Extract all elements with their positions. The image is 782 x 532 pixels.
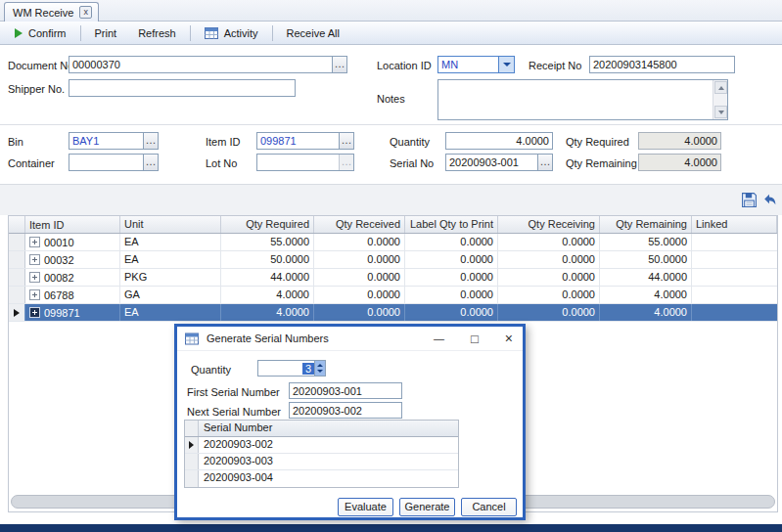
document-no-browse-button[interactable]: … <box>332 57 346 72</box>
row-selector[interactable] <box>9 234 25 250</box>
column-header[interactable]: Qty Receiving <box>498 216 600 233</box>
shipper-no-field[interactable] <box>69 79 296 97</box>
activity-label: Activity <box>224 27 258 39</box>
item-id-label: Item ID <box>206 136 240 148</box>
lot-no-field[interactable]: … <box>256 154 354 171</box>
location-id-combobox[interactable]: MN <box>437 56 515 73</box>
tab-wm-receive[interactable]: WM Receive x <box>4 2 99 22</box>
evaluate-button[interactable]: Evaluate <box>338 498 393 516</box>
confirm-play-icon <box>15 28 23 38</box>
expand-icon[interactable] <box>29 289 40 300</box>
table-row[interactable]: 00082 PKG 44.0000 0.0000 0.0000 0.0000 4… <box>9 269 777 287</box>
table-row[interactable]: 00032 EA 50.0000 0.0000 0.0000 0.0000 50… <box>9 251 777 269</box>
column-header[interactable]: Item ID <box>25 216 120 233</box>
selector-header-cell <box>185 421 199 436</box>
tab-strip: WM Receive x <box>0 0 782 22</box>
table-row[interactable]: 00010 EA 55.0000 0.0000 0.0000 0.0000 55… <box>9 234 777 251</box>
serial-row[interactable]: 20200903-003 <box>185 454 458 470</box>
quantity-field[interactable]: 4.0000 <box>445 132 553 150</box>
notes-label: Notes <box>377 93 405 105</box>
serial-no-browse-button[interactable]: … <box>537 155 552 170</box>
activity-button[interactable]: Activity <box>194 23 269 43</box>
confirm-label: Confirm <box>28 27 67 39</box>
column-header[interactable]: Unit <box>120 216 221 233</box>
serial-row[interactable]: 20200903-002 <box>185 437 458 454</box>
toolbar-separator <box>80 25 81 41</box>
shipper-no-label: Shipper No. <box>8 83 65 95</box>
next-serial-field[interactable]: 20200903-002 <box>289 402 402 419</box>
item-id-field[interactable]: 099871 … <box>256 132 354 150</box>
undo-icon[interactable] <box>761 192 778 208</box>
serial-numbers-grid: Serial Number 20200903-002 20200903-003 … <box>184 420 459 488</box>
table-row-selected[interactable]: 099871 EA 4.0000 0.0000 0.0000 0.0000 4.… <box>9 304 777 322</box>
expand-icon[interactable] <box>29 237 40 247</box>
notes-scrollbar[interactable] <box>713 80 727 119</box>
expand-icon[interactable] <box>29 307 40 318</box>
container-field[interactable]: … <box>69 154 159 171</box>
column-header[interactable]: Qty Required <box>221 216 314 233</box>
cancel-button[interactable]: Cancel <box>461 498 517 516</box>
qty-remaining-field: 4.0000 <box>638 154 721 171</box>
row-selector[interactable] <box>185 454 199 469</box>
print-button[interactable]: Print <box>84 23 128 43</box>
serial-grid-header: Serial Number <box>185 421 458 437</box>
maximize-icon[interactable]: □ <box>471 332 479 346</box>
bin-label: Bin <box>8 136 23 148</box>
close-icon[interactable]: × <box>505 331 513 346</box>
document-no-label: Document No <box>8 60 73 71</box>
row-selector[interactable] <box>9 251 25 268</box>
column-header[interactable]: Label Qty to Print <box>405 216 498 233</box>
main-toolbar: Confirm Print Refresh Activity Receive A… <box>0 22 782 45</box>
confirm-button[interactable]: Confirm <box>4 23 77 43</box>
wm-receive-window: WM Receive x Confirm Print Refresh Activ… <box>0 0 782 532</box>
activity-table-icon <box>205 27 218 39</box>
row-selector[interactable] <box>185 470 199 487</box>
generate-button[interactable]: Generate <box>399 498 455 516</box>
grid-toolbar <box>0 184 782 215</box>
expand-icon[interactable] <box>29 272 40 283</box>
save-icon[interactable] <box>741 192 758 208</box>
column-header[interactable]: Qty Received <box>314 216 405 233</box>
scroll-down-icon[interactable] <box>714 106 727 118</box>
bin-field[interactable]: BAY1 … <box>69 132 159 150</box>
receive-all-button[interactable]: Receive All <box>276 23 350 43</box>
row-selector-active[interactable] <box>9 304 25 321</box>
receipt-no-label: Receipt No <box>529 60 581 71</box>
column-header[interactable]: Linked <box>692 216 777 233</box>
location-id-dropdown-button[interactable] <box>498 57 514 72</box>
qty-remaining-label: Qty Remaining <box>566 157 637 169</box>
notes-textarea[interactable] <box>437 79 728 120</box>
serial-row[interactable]: 20200903-004 <box>185 470 458 487</box>
first-serial-label: First Serial Number <box>187 386 280 398</box>
serial-number-column-header[interactable]: Serial Number <box>199 421 458 436</box>
current-row-arrow-icon <box>14 309 20 317</box>
document-no-field[interactable]: 00000370 … <box>69 56 347 73</box>
scroll-up-icon[interactable] <box>714 81 727 94</box>
toolbar-separator <box>190 25 191 41</box>
bin-browse-button[interactable]: … <box>143 133 158 149</box>
dialog-quantity-spinner[interactable]: 3 <box>257 360 326 377</box>
tab-close-icon[interactable]: x <box>79 6 92 19</box>
expand-icon[interactable] <box>29 254 40 265</box>
row-selector-active[interactable] <box>185 437 199 453</box>
receipt-no-field[interactable]: 20200903145800 <box>589 56 735 73</box>
item-id-browse-button[interactable]: … <box>339 133 353 149</box>
spinner-buttons[interactable] <box>314 361 325 376</box>
row-selector[interactable] <box>9 269 25 286</box>
serial-no-field[interactable]: 20200903-001 … <box>445 154 553 171</box>
tab-title: WM Receive <box>13 7 73 19</box>
container-browse-button[interactable]: … <box>143 155 158 170</box>
refresh-button[interactable]: Refresh <box>127 23 187 43</box>
column-header[interactable]: Qty Remaining <box>600 216 692 233</box>
row-selector[interactable] <box>9 287 25 303</box>
toolbar-separator <box>272 25 273 41</box>
first-serial-field[interactable]: 20200903-001 <box>289 382 402 399</box>
lot-no-browse-button: … <box>339 155 353 170</box>
spin-down-icon <box>317 370 323 373</box>
next-serial-label: Next Serial Number <box>187 406 281 418</box>
qty-required-label: Qty Required <box>566 136 629 148</box>
table-row[interactable]: 06788 GA 4.0000 0.0000 0.0000 0.0000 4.0… <box>9 287 777 304</box>
dialog-titlebar[interactable]: Generate Serial Numbers — □ × <box>177 327 523 351</box>
grid-header-row: Item ID Unit Qty Required Qty Received L… <box>9 216 777 234</box>
minimize-icon[interactable]: — <box>434 332 444 344</box>
